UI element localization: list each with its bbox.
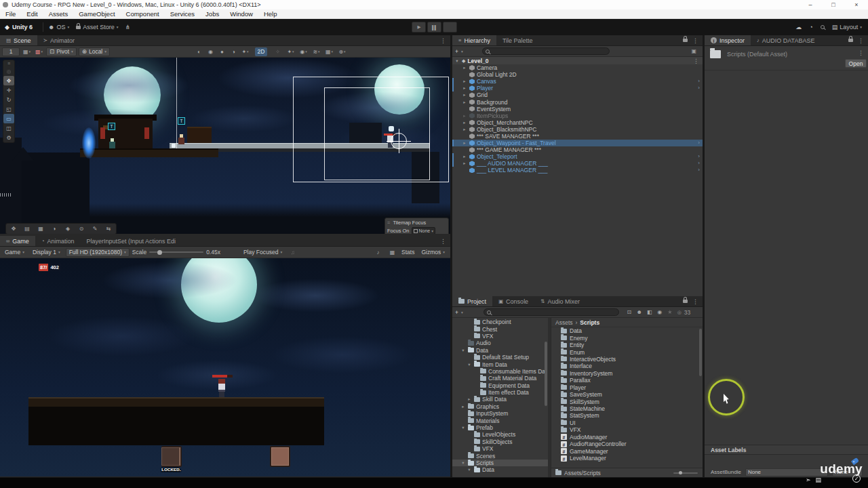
panel-menu-icon[interactable]: ⋮: [440, 238, 446, 245]
scene-gizmo-icon[interactable]: ▦▾: [324, 47, 334, 56]
file-row[interactable]: VFX: [551, 426, 703, 433]
file-row[interactable]: Entity: [551, 342, 703, 348]
project-tree-row[interactable]: Consumable Items Dat: [452, 368, 548, 375]
scrollbar-thumb[interactable]: [699, 329, 702, 376]
foldout-arrow[interactable]: ▾: [460, 460, 466, 466]
menu-item[interactable]: Jobs: [200, 10, 224, 18]
scene-tool-button[interactable]: ◎: [3, 66, 14, 76]
menu-item[interactable]: GameObject: [73, 10, 120, 18]
project-tree-row[interactable]: ▾ Item Data: [452, 361, 548, 367]
speaker-icon[interactable]: ♪: [373, 248, 383, 257]
hierarchy-row[interactable]: ▸ Background: [452, 98, 703, 105]
project-tree-row[interactable]: Default Stat Setup: [452, 354, 548, 361]
hierarchy-row[interactable]: ___ LEVEL MANAGER ___ ›: [452, 167, 703, 174]
menu-item[interactable]: Component: [121, 10, 165, 18]
scrollbar-thumb[interactable]: [545, 342, 547, 406]
mute-audio-icon[interactable]: ♫: [288, 248, 298, 257]
project-tree-row[interactable]: ▾ Data: [452, 347, 548, 354]
game-view[interactable]: 87/ 402 LOCKED. LOCKED. LOCKED.: [0, 258, 450, 476]
file-row[interactable]: StateMachine: [551, 405, 703, 412]
lock-icon[interactable]: [848, 39, 853, 42]
project-tree-row[interactable]: Scenes: [452, 452, 548, 459]
hierarchy-row[interactable]: *** SAVE MANAGER ***: [452, 133, 703, 140]
project-tree-row[interactable]: VFX: [452, 445, 548, 452]
file-row[interactable]: SkillSystem: [551, 398, 703, 405]
foldout-arrow[interactable]: ▾: [460, 424, 466, 431]
tab-project[interactable]: Project: [452, 296, 492, 306]
scene-gizmo-icon[interactable]: ⊕▾: [337, 47, 347, 56]
scene-toggle-icon[interactable]: ◐▾: [194, 47, 204, 56]
project-tree-row[interactable]: SkillObjects: [452, 439, 548, 445]
scene-tool-button[interactable]: ✛: [3, 85, 14, 95]
scene-menu-icon[interactable]: ⋮: [693, 58, 699, 64]
tab-scene[interactable]: ▤ Scene: [0, 35, 37, 45]
slider-knob[interactable]: [679, 471, 682, 474]
foldout-arrow[interactable]: ▸: [460, 403, 466, 410]
collab-icon[interactable]: ⋔: [125, 24, 131, 30]
pause-button[interactable]: ▌▌: [427, 22, 441, 33]
tab-console[interactable]: ▣ Console: [492, 296, 534, 306]
gizmos-dropdown[interactable]: Gizmos▾: [418, 248, 445, 257]
hierarchy-row[interactable]: EventSystem: [452, 106, 703, 113]
thumbnail-size-slider[interactable]: [673, 472, 698, 474]
asset-labels-header[interactable]: Asset Labels: [705, 445, 868, 455]
display-dropdown[interactable]: Display 1▾: [30, 248, 63, 257]
file-row[interactable]: LevelManager: [551, 455, 703, 462]
lock-icon[interactable]: [683, 39, 688, 42]
file-row[interactable]: GameManager: [551, 447, 703, 454]
account-dropdown[interactable]: ☻ OS▾: [48, 24, 69, 30]
file-row[interactable]: Enemy: [551, 334, 703, 341]
tab-animator[interactable]: ≻ Animator: [37, 35, 81, 45]
prefab-chevron-icon[interactable]: ›: [698, 153, 700, 160]
add-asset-button[interactable]: +: [455, 309, 458, 316]
foldout-arrow[interactable]: ▾: [467, 361, 472, 368]
file-row[interactable]: InventorySystem: [551, 370, 703, 377]
foldout-arrow[interactable]: ▾: [460, 347, 466, 354]
hierarchy-row[interactable]: *** GAME MANAGER ***: [452, 146, 703, 153]
project-tree-row[interactable]: Equipment Data: [452, 382, 548, 389]
scene-overlay-tool-button[interactable]: ⇆: [102, 224, 115, 233]
project-tree-row[interactable]: Chest: [452, 325, 548, 332]
hierarchy-row[interactable]: ▸ Grid: [452, 92, 703, 98]
project-tree-row[interactable]: Audio: [452, 340, 548, 346]
file-row[interactable]: SaveSystem: [551, 391, 703, 398]
game-view-dropdown[interactable]: Game▾: [2, 248, 27, 257]
header-menu-icon[interactable]: ⋮: [858, 49, 864, 56]
hierarchy-row[interactable]: ▸ Camera: [452, 64, 703, 71]
foldout-arrow[interactable]: ▸: [462, 153, 467, 160]
foldout-arrow[interactable]: ▸: [462, 78, 467, 85]
foldout-arrow[interactable]: ▸: [462, 99, 467, 106]
tab-game[interactable]: ∞ Game: [0, 236, 35, 246]
project-tree-row[interactable]: Checkpoint: [452, 319, 548, 325]
scene-overlay-tool-button[interactable]: ▦: [34, 224, 47, 233]
vsync-grid-icon[interactable]: ▦: [387, 248, 397, 257]
foldout-arrow[interactable]: ▸: [462, 113, 467, 119]
hierarchy-row[interactable]: ▸ Object_BlacksmithNPC: [452, 126, 703, 133]
hierarchy-row[interactable]: ▸ Object_MerchantNPC: [452, 119, 703, 126]
scene-overlay-tool-button[interactable]: ⊙: [75, 224, 88, 233]
scene-gizmo-icon[interactable]: ◉▾: [298, 47, 309, 56]
scene-tool-button[interactable]: ✥: [3, 76, 14, 85]
window-control-button[interactable]: ×: [845, 1, 868, 8]
file-row[interactable]: StatSystem: [551, 412, 703, 419]
scene-gizmo-icon[interactable]: ≋▾: [311, 47, 321, 56]
filter-icon[interactable]: ◧: [646, 308, 653, 317]
add-caret-icon[interactable]: ▾: [461, 49, 463, 54]
scene-toggle-icon[interactable]: ●▾: [217, 47, 227, 56]
filter-icon[interactable]: ☻: [636, 308, 643, 317]
scene-overlay-tool-button[interactable]: ✎: [88, 224, 102, 233]
hierarchy-row[interactable]: ▸ ItemPickups: [452, 113, 703, 119]
project-tree-row[interactable]: Item effect Data: [452, 389, 548, 396]
foldout-arrow[interactable]: ▸: [462, 140, 467, 146]
handle-rotation-dropdown[interactable]: ⊕ Local▾: [79, 47, 110, 56]
grid-snap-dropdown[interactable]: ▦▾: [22, 47, 32, 56]
2d-mode-toggle[interactable]: 2D: [255, 47, 267, 56]
panel-menu-icon[interactable]: ⋮: [692, 298, 698, 305]
scene-overlay-tool-button[interactable]: ◑: [47, 224, 61, 233]
breadcrumb-root[interactable]: Assets: [555, 319, 573, 326]
menu-item[interactable]: Edit: [21, 10, 43, 18]
scene-overlay-tool-button[interactable]: ▤: [20, 224, 34, 233]
project-tree-row[interactable]: ▾ Data: [452, 466, 548, 473]
history-icon[interactable]: ◔: [809, 24, 812, 30]
layout-dropdown[interactable]: ▤ Layout▾: [832, 24, 862, 30]
